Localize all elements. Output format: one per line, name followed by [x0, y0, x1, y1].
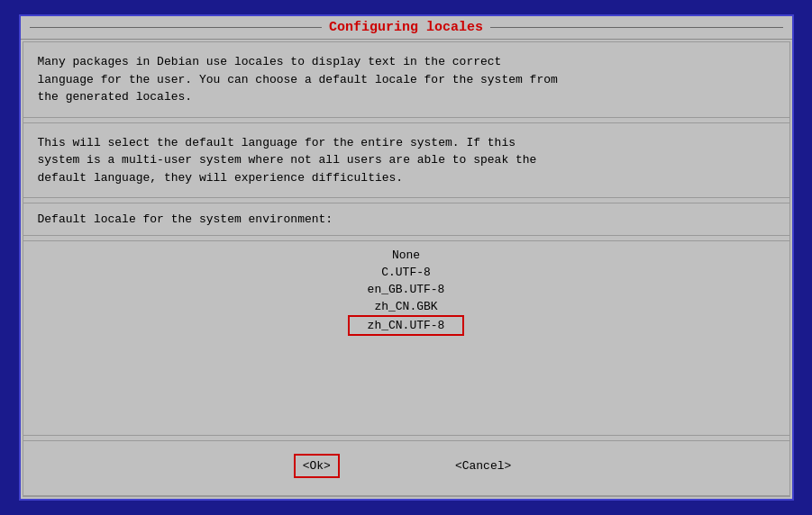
button-section: <Ok> <Cancel> — [23, 441, 789, 491]
locale-none-wrapper: None — [23, 247, 789, 264]
description-section-1: Many packages in Debian use locales to d… — [23, 42, 789, 118]
description-section-2: This will select the default language fo… — [23, 123, 789, 199]
ok-button[interactable]: <Ok> — [294, 454, 340, 478]
locale-zhcnutf8-wrapper: zh_CN.UTF-8 — [23, 315, 789, 336]
configure-locales-dialog: Configuring locales Many packages in Deb… — [19, 14, 794, 501]
title-bar-text: Configuring locales — [322, 20, 490, 35]
locale-engb-wrapper: en_GB.UTF-8 — [23, 281, 789, 298]
locale-zhcngbk-wrapper: zh_CN.GBK — [23, 298, 789, 315]
locale-item-zhcnutf8[interactable]: zh_CN.UTF-8 — [348, 315, 465, 336]
locale-item-none[interactable]: None — [23, 247, 789, 264]
dialog-content: Many packages in Debian use locales to d… — [23, 41, 790, 497]
spacer-5 — [23, 491, 789, 496]
title-bar: Configuring locales — [21, 16, 792, 40]
label-section: Default locale for the system environmen… — [23, 203, 789, 236]
locale-item-engb[interactable]: en_GB.UTF-8 — [23, 281, 789, 298]
cancel-button[interactable]: <Cancel> — [448, 456, 518, 476]
description-text-1: Many packages in Debian use locales to d… — [38, 53, 775, 106]
locale-item-zhcngbk[interactable]: zh_CN.GBK — [23, 298, 789, 315]
locale-item-cutf8[interactable]: C.UTF-8 — [23, 264, 789, 281]
locale-label: Default locale for the system environmen… — [38, 212, 775, 226]
locale-list[interactable]: None C.UTF-8 en_GB.UTF-8 zh_CN.GBK zh_CN… — [23, 241, 789, 436]
description-text-2: This will select the default language fo… — [38, 134, 775, 187]
locale-cutf8-wrapper: C.UTF-8 — [23, 264, 789, 281]
